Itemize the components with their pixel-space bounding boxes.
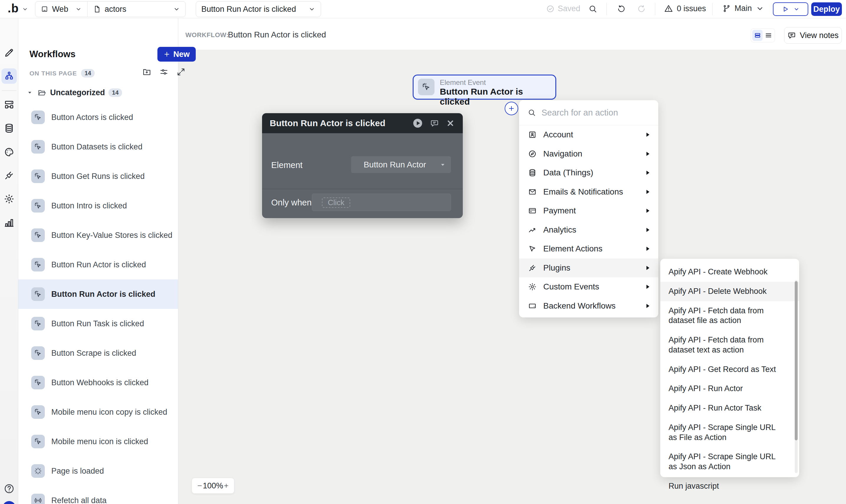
bubble-logo[interactable]: b (8, 2, 19, 15)
zoom-in-icon[interactable] (223, 482, 229, 489)
event-icon-tile (31, 464, 45, 478)
filter-sliders-icon[interactable] (159, 67, 168, 77)
submenu-arrow-icon (646, 247, 649, 251)
avatar[interactable]: I (3, 501, 16, 504)
action-category[interactable]: Plugins (519, 258, 658, 278)
run-icon[interactable] (412, 118, 423, 129)
action-category[interactable]: Element Actions (519, 239, 658, 258)
scrollbar-thumb[interactable] (795, 281, 798, 440)
event-icon-tile (31, 110, 45, 124)
workflow-list-item[interactable]: Button Run Task is clicked (18, 309, 178, 338)
action-category[interactable]: Emails & Notifications (519, 182, 658, 202)
device-dropdown[interactable]: Web (35, 1, 87, 17)
workflow-list-item[interactable]: Button Scrape is clicked (18, 338, 178, 368)
workflow-list-item[interactable]: Mobile menu icon is clicked (18, 427, 178, 456)
folder-plus-icon[interactable] (142, 67, 151, 77)
workflow-list-item[interactable]: Button Datasets is clicked (18, 132, 178, 162)
chevron-down-icon (75, 5, 82, 13)
action-category[interactable]: Backend Workflows (519, 296, 658, 316)
action-category[interactable]: Payment (519, 201, 658, 220)
close-icon[interactable] (446, 119, 455, 128)
device-label: Web (52, 5, 68, 14)
workflow-list-item[interactable]: Button Webhooks is clicked (18, 368, 178, 397)
page-dropdown[interactable]: actors (87, 1, 185, 17)
workflow-dropdown[interactable]: Button Run Actor is clicked (196, 1, 321, 17)
plugin-action-label: Apify API - Create Webhook (668, 267, 768, 276)
rail-button-components[interactable] (1, 97, 17, 112)
rail-button-plugins[interactable] (1, 168, 17, 183)
redo-icon[interactable] (637, 4, 646, 14)
workflow-list-item[interactable]: Button Run Actor is clicked (18, 250, 178, 280)
rail-button-data[interactable] (1, 121, 17, 136)
click-placeholder-chip[interactable]: Click (322, 197, 350, 208)
expand-icon[interactable] (176, 67, 186, 77)
new-workflow-button[interactable]: New (157, 47, 196, 61)
event-icon-tile (31, 169, 45, 183)
workflow-list-item[interactable]: Mobile menu icon copy is clicked (18, 397, 178, 427)
help-icon[interactable] (3, 483, 15, 494)
plugin-action-item[interactable]: Apify API - Create Webhook (660, 262, 799, 282)
only-when-input[interactable]: Click (312, 194, 451, 211)
plugin-action-item[interactable]: Run javascript (660, 476, 799, 496)
plugin-action-item[interactable]: Apify API - Scrape Single URL as Json as… (660, 447, 799, 476)
search-icon[interactable] (588, 4, 597, 14)
plugin-action-item[interactable]: Apify API - Get Record as Text (660, 360, 799, 379)
plugin-action-item[interactable]: Apify API - Run Actor Task (660, 398, 799, 418)
undo-icon[interactable] (617, 4, 626, 14)
folder-uncategorized[interactable]: Uncategorized 14 (26, 85, 122, 100)
workflow-list-item[interactable]: Page is loaded (18, 456, 178, 486)
cards-view-button[interactable] (752, 30, 762, 41)
category-label: Plugins (543, 263, 640, 273)
workflow-list-item[interactable]: Button Get Runs is clicked (18, 162, 178, 191)
workflow-item-label: Mobile menu icon is clicked (51, 437, 148, 446)
plugin-action-item[interactable]: Apify API - Fetch data from dataset file… (660, 301, 799, 331)
event-icon (34, 172, 42, 181)
add-action-button[interactable] (505, 102, 518, 115)
action-category[interactable]: Data (Things) (519, 163, 658, 182)
page-count-badge: 14 (81, 69, 95, 77)
workflow-item-label: Button Get Runs is clicked (51, 172, 145, 181)
category-label: Navigation (543, 149, 640, 159)
workflow-list-item[interactable]: Button Key-Value Stores is clicked (18, 220, 178, 250)
plugin-action-item[interactable]: Apify API - Fetch data from dataset text… (660, 330, 799, 360)
action-category[interactable]: Analytics (519, 220, 658, 240)
rail-button-design[interactable] (1, 45, 17, 60)
event-icon (34, 496, 42, 504)
category-label: Element Actions (543, 244, 640, 253)
workflow-item-label: Button Run Actor is clicked (51, 290, 155, 299)
list-view-button[interactable] (763, 30, 773, 41)
rail-button-logs[interactable] (1, 215, 17, 231)
comment-icon[interactable] (430, 119, 439, 128)
workflow-list-item[interactable]: Button Intro is clicked (18, 191, 178, 220)
element-select[interactable]: Button Run Actor (351, 156, 451, 173)
zoom-out-icon[interactable] (197, 482, 203, 489)
logo-chevron-icon[interactable] (22, 6, 28, 12)
divider (606, 3, 607, 15)
cursor-click-icon (421, 82, 431, 92)
view-notes-button[interactable]: View notes (784, 27, 842, 43)
plugin-action-item[interactable]: Apify API - Run Actor (660, 379, 799, 398)
plugin-actions: Apify API - Create Webhook Apify API - D… (660, 262, 799, 496)
rail-button-workflows[interactable] (1, 68, 17, 84)
action-search-input[interactable] (541, 108, 648, 118)
category-label: Emails & Notifications (543, 187, 640, 197)
event-node[interactable]: Element Event Button Run Actor is clicke… (413, 75, 556, 100)
action-category[interactable]: Account (519, 125, 658, 144)
dialog-header[interactable]: Button Run Actor is clicked (262, 113, 463, 133)
action-category[interactable]: Navigation (519, 144, 658, 164)
action-category[interactable]: Custom Events (519, 277, 658, 296)
issues-indicator[interactable]: 0 issues (664, 4, 706, 13)
rail-button-settings[interactable] (1, 191, 17, 206)
workflow-item-label: Button Key-Value Stores is clicked (51, 231, 173, 240)
plugin-action-item[interactable]: Apify API - Delete Webhook (660, 282, 799, 301)
workflow-item-label: Button Scrape is clicked (51, 349, 136, 358)
branch-selector[interactable]: Main (722, 4, 764, 13)
workflow-list-item[interactable]: Refetch all data (18, 486, 178, 504)
deploy-button[interactable]: Deploy (811, 2, 842, 16)
rail-button-styles[interactable] (1, 144, 17, 160)
plugin-action-item[interactable]: Apify API - Scrape Single URL as File as… (660, 418, 799, 447)
workflow-list-item[interactable]: Button Actors is clicked (18, 103, 178, 132)
workflow-list-item[interactable]: Button Run Actor is clicked (18, 280, 178, 309)
workflow-canvas[interactable]: WORKFLOW: Button Run Actor is clicked Vi… (178, 18, 846, 504)
preview-button[interactable] (773, 2, 808, 16)
